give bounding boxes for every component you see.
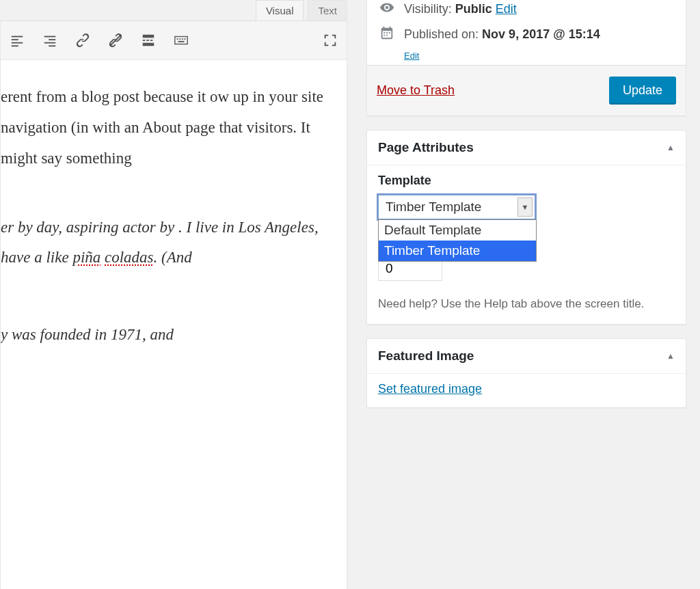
template-option-timber[interactable]: Timber Template: [379, 241, 536, 261]
collapse-icon[interactable]: ▲: [667, 143, 675, 152]
template-selected-value: Timber Template: [386, 200, 481, 215]
collapse-icon[interactable]: ▲: [667, 351, 675, 361]
unlink-icon[interactable]: [103, 28, 128, 53]
svg-rect-5: [49, 39, 55, 40]
template-label: Template: [378, 174, 675, 188]
visibility-label: Visibility:: [404, 2, 452, 16]
tab-text[interactable]: Text: [308, 0, 347, 20]
svg-rect-18: [185, 38, 186, 40]
content-blockquote: er by day, aspiring actor by . I live in…: [1, 213, 334, 274]
page-attributes-panel: Page Attributes ▲ Template Timber Templa…: [366, 130, 686, 325]
chevron-down-icon: ▼: [517, 197, 533, 217]
template-option-default[interactable]: Default Template: [379, 220, 536, 241]
content-blockquote: y was founded in 1971, and: [1, 320, 334, 351]
svg-rect-7: [49, 45, 55, 46]
publish-panel: Visibility: Public Edit Published on: No…: [366, 0, 686, 116]
editor-content[interactable]: erent from a blog post because it ow up …: [0, 60, 347, 589]
set-featured-image-link[interactable]: Set featured image: [378, 382, 482, 396]
svg-rect-16: [179, 38, 180, 40]
svg-rect-6: [44, 42, 56, 44]
svg-rect-19: [178, 41, 184, 42]
align-right-icon[interactable]: [38, 28, 62, 53]
svg-rect-17: [182, 38, 183, 40]
svg-line-8: [110, 35, 122, 46]
svg-rect-1: [12, 39, 18, 40]
tab-visual[interactable]: Visual: [256, 0, 304, 20]
readmore-icon[interactable]: [136, 28, 161, 53]
published-value: Nov 9, 2017 @ 15:14: [482, 27, 600, 41]
svg-rect-13: [143, 43, 154, 46]
visibility-value: Public: [455, 2, 492, 16]
link-icon[interactable]: [70, 28, 95, 53]
svg-rect-14: [175, 37, 187, 44]
edit-date-link[interactable]: Edit: [404, 51, 675, 61]
published-label: Published on:: [404, 27, 479, 41]
spell-error: piña: [72, 249, 100, 266]
update-button[interactable]: Update: [609, 77, 676, 105]
spell-error: coladas: [105, 249, 154, 266]
svg-rect-11: [146, 40, 149, 41]
visibility-icon: [378, 0, 396, 15]
svg-rect-0: [12, 36, 23, 38]
svg-rect-15: [177, 38, 178, 40]
svg-rect-2: [12, 42, 23, 44]
featured-image-panel: Featured Image ▲ Set featured image: [366, 338, 686, 408]
svg-rect-9: [143, 35, 154, 38]
featured-image-title: Featured Image: [378, 348, 474, 364]
align-left-icon[interactable]: [5, 28, 29, 53]
page-attributes-title: Page Attributes: [378, 140, 474, 155]
calendar-icon: [378, 25, 396, 40]
fullscreen-icon[interactable]: [318, 28, 342, 53]
help-note: Need help? Use the Help tab above the sc…: [378, 294, 675, 313]
svg-rect-12: [150, 40, 153, 41]
template-select[interactable]: Timber Template ▼: [378, 195, 535, 219]
move-to-trash-link[interactable]: Move to Trash: [377, 83, 455, 98]
content-paragraph: erent from a blog post because it ow up …: [1, 82, 334, 174]
svg-rect-3: [12, 45, 18, 46]
svg-rect-10: [143, 40, 146, 41]
template-dropdown: Default Template Timber Template: [378, 219, 537, 262]
edit-visibility-link[interactable]: Edit: [496, 2, 517, 16]
editor-toolbar: [0, 20, 347, 60]
svg-rect-4: [44, 36, 56, 38]
keyboard-icon[interactable]: [169, 28, 193, 53]
